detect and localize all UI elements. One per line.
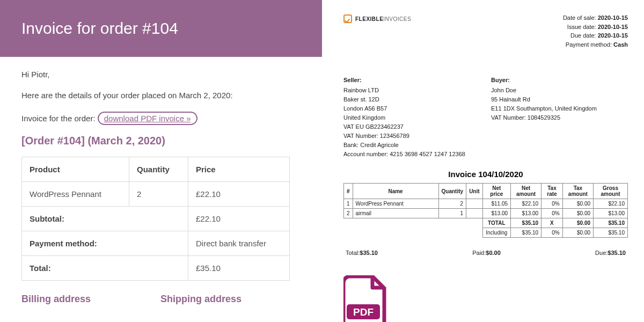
total-label: Total: <box>22 256 188 281</box>
payment-value: Direct bank transfer <box>188 231 290 256</box>
col-quantity: Quantity <box>129 157 188 182</box>
cell-qty: 2 <box>129 182 188 207</box>
buyer-block: Buyer: John Doe 95 Hainault Rd E11 1DX S… <box>491 76 628 159</box>
cell-product: WordPress Pennant <box>22 182 129 207</box>
download-line: Invoice for the order: download PDF invo… <box>21 112 301 125</box>
subtotal-value: £22.10 <box>188 207 290 231</box>
email-intro: Here are the details of your order place… <box>21 91 301 100</box>
email-greeting: Hi Piotr, <box>21 70 301 79</box>
table-row: Total: £35.10 <box>22 256 290 281</box>
invoice-meta: Date of sale: 2020-10-15 Issue date: 202… <box>563 13 628 49</box>
email-header: Invoice for order #104 <box>0 0 322 57</box>
cell-price: £22.10 <box>188 182 290 207</box>
invoice-summary: Total:$35.10 Paid:$0.00 Due:$35.10 <box>343 250 628 256</box>
logo-text-2: INVOICES <box>383 16 411 22</box>
check-icon <box>343 14 352 23</box>
seller-block: Seller: Rainbow LTD Baker st. 12D London… <box>343 76 480 159</box>
invoice-logo: FLEXIBLEINVOICES <box>343 14 411 23</box>
table-row-total: TOTAL $35.10 X $0.00 $35.10 <box>344 218 628 228</box>
download-prefix: Invoice for the order: <box>21 114 98 123</box>
subtotal-label: Subtotal: <box>22 207 188 231</box>
total-value: £35.10 <box>188 256 290 281</box>
invoice-panel: FLEXIBLEINVOICES Date of sale: 2020-10-1… <box>322 0 644 322</box>
email-panel: Invoice for order #104 Hi Piotr, Here ar… <box>0 0 322 322</box>
download-pdf-link[interactable]: download PDF invoice » <box>98 112 197 125</box>
col-product: Product <box>22 157 129 182</box>
col-price: Price <box>188 157 290 182</box>
order-heading[interactable]: [Order #104] (March 2, 2020) <box>21 135 301 147</box>
order-table: Product Quantity Price WordPress Pennant… <box>21 157 290 281</box>
invoice-table: # Name Quantity Unit Net price Net amoun… <box>343 183 628 238</box>
table-row-including: Including $35.10 0% $0.00 $35.10 <box>344 228 628 238</box>
payment-label: Payment method: <box>22 231 188 256</box>
logo-text-1: FLEXIBLE <box>355 16 383 22</box>
table-row: Payment method: Direct bank transfer <box>22 231 290 256</box>
pdf-icon: PDF <box>343 275 628 322</box>
table-row: WordPress Pennant 2 £22.10 <box>22 182 290 207</box>
table-row: Subtotal: £22.10 <box>22 207 290 231</box>
invoice-title: Invoice 104/10/2020 <box>343 170 628 179</box>
billing-address-heading: Billing address <box>21 294 91 305</box>
shipping-address-heading: Shipping address <box>160 294 241 305</box>
svg-text:PDF: PDF <box>353 306 374 318</box>
table-row: 1 WordPress Pennant 2 $11.05 $22.10 0% $… <box>344 199 628 209</box>
table-row: 2 airmail 1 $13.00 $13.00 0% $0.00 $13.0… <box>344 209 628 218</box>
